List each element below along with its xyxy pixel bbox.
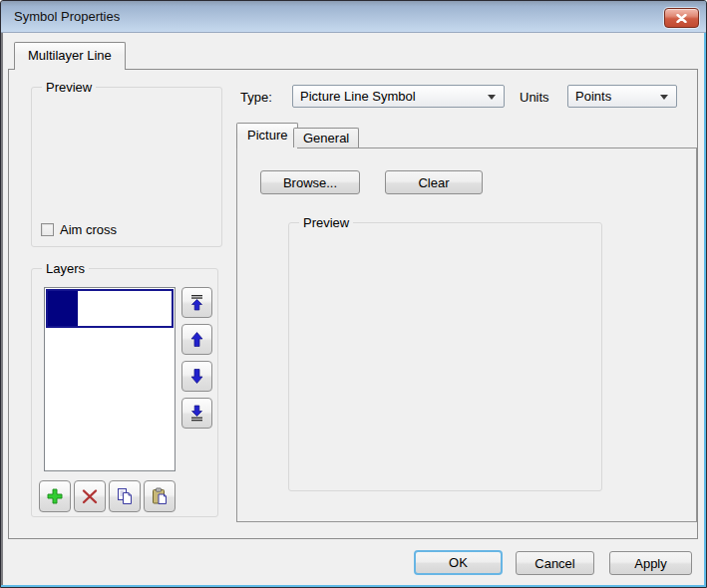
- layers-listbox[interactable]: [44, 287, 176, 471]
- close-icon: [676, 14, 687, 23]
- picture-preview-groupbox: Preview: [288, 222, 602, 491]
- move-layer-up-button[interactable]: [181, 324, 212, 355]
- arrow-up-icon: [188, 331, 205, 348]
- units-label: Units: [520, 90, 549, 105]
- apply-button[interactable]: Apply: [609, 551, 692, 575]
- add-layer-button[interactable]: [39, 480, 71, 512]
- cancel-button[interactable]: Cancel: [516, 551, 594, 575]
- units-dropdown-value: Points: [575, 89, 611, 104]
- arrow-to-bottom-icon: [188, 405, 205, 422]
- tab-multilayer-line-label: Multilayer Line: [28, 48, 112, 63]
- titlebar[interactable]: Symbol Properties: [1, 1, 706, 33]
- move-layer-to-bottom-button[interactable]: [181, 398, 212, 429]
- picture-preview-group-label: Preview: [299, 215, 353, 230]
- type-dropdown[interactable]: Picture Line Symbol: [292, 85, 505, 108]
- symbol-properties-dialog: Symbol Properties Multilayer Line Previe…: [0, 0, 707, 588]
- delete-x-icon: [81, 487, 99, 505]
- aim-cross-checkbox[interactable]: [41, 223, 54, 236]
- delete-layer-button[interactable]: [74, 480, 106, 512]
- clear-button[interactable]: Clear: [385, 170, 483, 194]
- preview-group-label: Preview: [42, 80, 96, 95]
- plus-icon: [46, 487, 64, 505]
- units-dropdown[interactable]: Points: [567, 85, 677, 108]
- layer-symbol-swatch: [48, 291, 78, 326]
- paste-icon: [151, 487, 169, 505]
- move-layer-to-top-button[interactable]: [181, 287, 212, 318]
- tab-picture[interactable]: Picture: [236, 123, 298, 148]
- arrow-to-top-icon: [188, 294, 205, 311]
- chevron-down-icon: [660, 95, 668, 100]
- chevron-down-icon: [488, 95, 496, 100]
- close-button[interactable]: [664, 8, 699, 28]
- layers-group-label: Layers: [42, 261, 89, 276]
- type-label: Type:: [240, 90, 272, 105]
- type-dropdown-value: Picture Line Symbol: [300, 89, 416, 104]
- ok-button[interactable]: OK: [414, 550, 503, 575]
- copy-layer-button[interactable]: [109, 480, 141, 512]
- tab-picture-label: Picture: [247, 128, 287, 143]
- copy-icon: [116, 487, 134, 505]
- tab-general-label: General: [303, 131, 349, 146]
- arrow-down-icon: [188, 368, 205, 385]
- browse-button[interactable]: Browse...: [260, 170, 360, 194]
- move-layer-down-button[interactable]: [181, 361, 212, 392]
- paste-layer-button[interactable]: [144, 480, 176, 512]
- aim-cross-row: Aim cross: [41, 222, 117, 237]
- tab-general[interactable]: General: [293, 128, 359, 147]
- window-title: Symbol Properties: [14, 1, 120, 32]
- aim-cross-label[interactable]: Aim cross: [60, 222, 117, 237]
- tab-multilayer-line[interactable]: Multilayer Line: [14, 42, 126, 70]
- layer-row-selected[interactable]: [46, 289, 174, 328]
